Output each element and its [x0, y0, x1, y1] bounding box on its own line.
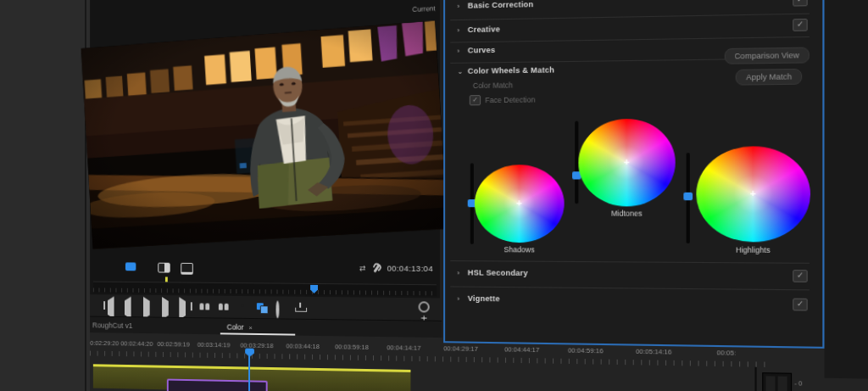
step-back-icon[interactable]: [125, 300, 134, 310]
ruler-label: 00:04:14:17: [387, 344, 420, 352]
ruler-label: 00:02:59:19: [157, 340, 189, 348]
settings-wrench-icon[interactable]: [371, 264, 380, 272]
monitor-scrubber[interactable]: [93, 282, 437, 297]
divider: [450, 260, 810, 264]
wheel-center-cross: +: [516, 198, 522, 208]
divider: [450, 286, 810, 290]
chevron-right-icon: ›: [457, 269, 459, 276]
tab-roughcut[interactable]: RoughCut v1: [92, 321, 132, 329]
fit-zoom-icon[interactable]: ⇄: [359, 264, 365, 272]
video-scene: [81, 20, 448, 249]
chevron-down-icon: ⌄: [457, 68, 463, 75]
video-clip-purple-selected[interactable]: [167, 379, 268, 391]
highlights-luma-slider[interactable]: [687, 153, 690, 243]
basic-correction-checkbox[interactable]: ✓: [793, 0, 808, 7]
shadows-luma-slider[interactable]: [470, 163, 474, 244]
playback-toggle-icon[interactable]: [125, 262, 136, 271]
background-left-strip: [0, 0, 86, 391]
export-frame-icon[interactable]: [237, 302, 248, 312]
screenshot-stage: ⇄ 00:04:13:04: [0, 0, 868, 391]
wheel-center-cross: +: [750, 188, 756, 199]
chevron-right-icon: ›: [457, 26, 459, 34]
section-hsl-secondary[interactable]: › HSL Secondary: [445, 267, 822, 286]
audio-meter: [762, 372, 792, 391]
hsl-secondary-checkbox[interactable]: ✓: [793, 270, 808, 282]
lift-icon[interactable]: [200, 301, 210, 311]
section-vignette[interactable]: › Vignette: [445, 293, 822, 312]
ruler-label: 00:05:: [717, 349, 737, 357]
play-icon[interactable]: [143, 301, 153, 311]
comparison-view-button[interactable]: Comparison View: [724, 47, 810, 64]
creative-checkbox[interactable]: ✓: [793, 19, 808, 31]
highlights-label: Highlights: [736, 245, 771, 254]
step-forward-icon[interactable]: [162, 301, 172, 311]
ruler-label: 00:04:44:17: [504, 345, 539, 354]
audio-meter-zero-label: - 0: [794, 380, 802, 387]
section-label: Vignette: [468, 294, 500, 304]
comparison-split-icon[interactable]: [158, 263, 170, 273]
right-empty-column: [825, 0, 868, 379]
loop-icon[interactable]: [276, 302, 287, 312]
ruler-label: 00:02:29:20: [90, 339, 119, 347]
section-label: HSL Secondary: [468, 268, 528, 277]
ruler-label: 00:03:44:18: [287, 342, 320, 350]
color-match-label: Color Match: [473, 81, 513, 90]
shadows-color-wheel[interactable]: +: [475, 165, 565, 243]
section-label: Curves: [468, 46, 496, 55]
shadows-label: Shadows: [504, 245, 534, 254]
wheel-center-cross: +: [624, 157, 630, 167]
ruler-label: 00:04:59:16: [568, 346, 604, 355]
highlights-color-wheel[interactable]: +: [696, 146, 810, 242]
apply-match-button[interactable]: Apply Match: [736, 69, 802, 86]
lumetri-color-panel: › Basic Correction ✓ › Creative ✓ › Curv…: [443, 0, 824, 349]
ruler-label: 00:05:14:16: [636, 348, 671, 356]
section-label: Creative: [468, 25, 500, 34]
gear-icon[interactable]: [419, 301, 430, 312]
tab-color[interactable]: Color×: [227, 323, 253, 332]
timeline-playhead-line: [248, 356, 250, 391]
ruler-label: 00:04:29:17: [443, 344, 478, 353]
monitor-toolbar-right: ⇄ 00:04:13:04: [359, 263, 433, 273]
tab-close-icon[interactable]: ×: [248, 324, 253, 332]
face-detection-checkbox[interactable]: ✓: [470, 95, 481, 105]
sequence-timecode[interactable]: 00:04:13:04: [387, 264, 433, 274]
midtones-label: Midtones: [611, 209, 643, 217]
vignette-checkbox[interactable]: ✓: [793, 299, 808, 311]
video-preview[interactable]: [81, 20, 448, 249]
section-label: Color Wheels & Match: [468, 65, 554, 75]
section-label: Basic Correction: [468, 0, 534, 10]
go-to-in-icon[interactable]: [106, 300, 115, 310]
midtones-color-wheel[interactable]: +: [578, 119, 675, 207]
drag-video-icon[interactable]: [257, 302, 267, 312]
meter-divider: [754, 367, 756, 391]
premiere-app-window: ⇄ 00:04:13:04: [90, 0, 868, 391]
scrubber-yellow-marker: [165, 276, 168, 282]
chevron-right-icon: ›: [457, 47, 459, 54]
export-media-icon[interactable]: [295, 303, 305, 313]
ruler-label: 00:03:59:18: [335, 343, 369, 351]
chevron-right-icon: ›: [457, 295, 459, 303]
extract-icon[interactable]: [219, 302, 229, 312]
highlights-slider-handle[interactable]: [683, 193, 693, 200]
display-output-icon[interactable]: [181, 263, 193, 275]
ruler-label: 00:02:44:20: [120, 339, 153, 347]
face-detection-label: Face Detection: [485, 95, 535, 104]
ruler-label: 00:03:14:19: [198, 341, 231, 349]
go-to-out-icon[interactable]: [181, 301, 191, 311]
program-monitor-panel: ⇄ 00:04:13:04: [90, 0, 440, 321]
